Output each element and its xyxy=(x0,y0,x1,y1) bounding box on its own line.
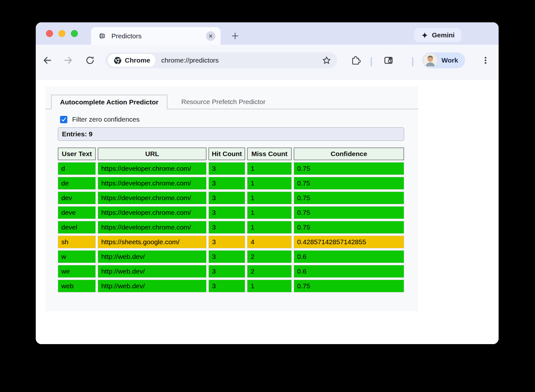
cell-confidence: 0.75 xyxy=(294,280,404,292)
close-window-button[interactable] xyxy=(46,30,53,37)
forward-icon xyxy=(63,55,73,65)
browser-tab-predictors[interactable]: Predictors xyxy=(91,27,221,45)
cell-user_text: w xyxy=(58,250,96,263)
back-button[interactable] xyxy=(41,54,53,66)
cell-url: https://developer.chrome.com/ xyxy=(98,192,207,204)
entries-banner: Entries: 9 xyxy=(58,127,404,141)
cell-hit_count: 3 xyxy=(208,206,245,219)
gemini-label: Gemini xyxy=(432,31,455,39)
cell-user_text: d xyxy=(58,162,96,175)
cell-miss_count: 2 xyxy=(247,250,292,263)
cell-url: http://web.dev/ xyxy=(98,250,207,263)
cell-user_text: devel xyxy=(58,221,96,234)
cell-url: http://web.dev/ xyxy=(98,265,207,278)
cell-hit_count: 3 xyxy=(208,265,245,278)
tab-title: Predictors xyxy=(111,32,206,40)
cell-miss_count: 4 xyxy=(247,236,292,248)
toolbar-divider xyxy=(412,57,413,67)
cell-hit_count: 3 xyxy=(208,250,245,263)
cell-miss_count: 2 xyxy=(247,265,292,278)
filter-row: Filter zero confidences xyxy=(60,116,139,123)
column-header: Confidence xyxy=(294,147,404,160)
cell-hit_count: 3 xyxy=(208,236,245,248)
column-header: URL xyxy=(98,147,207,160)
browser-menu-button[interactable] xyxy=(479,54,492,66)
cell-hit_count: 3 xyxy=(208,162,245,175)
table-header-row: User TextURLHit CountMiss CountConfidenc… xyxy=(58,147,404,160)
cell-confidence: 0.6 xyxy=(294,265,404,278)
cell-confidence: 0.6 xyxy=(294,250,404,263)
globe-icon xyxy=(99,32,106,40)
predictors-table: User TextURLHit CountMiss CountConfidenc… xyxy=(56,146,406,294)
new-tab-button[interactable] xyxy=(229,29,241,42)
cell-confidence: 0.75 xyxy=(294,177,404,190)
tab-search-button[interactable] xyxy=(382,54,395,66)
toolbar: Chrome chrome://predictors xyxy=(36,45,499,79)
cell-hit_count: 3 xyxy=(208,221,245,234)
cell-url: https://sheets.google.com/ xyxy=(98,236,207,248)
site-badge[interactable]: Chrome xyxy=(108,54,155,67)
cell-miss_count: 1 xyxy=(247,206,292,219)
entries-label: Entries: 9 xyxy=(62,130,93,138)
table-row: devhttps://developer.chrome.com/310.75 xyxy=(58,192,404,204)
profile-label: Work xyxy=(441,57,458,64)
cell-miss_count: 1 xyxy=(247,280,292,292)
predictor-tabs: Autocomplete Action Predictor Resource P… xyxy=(45,95,418,109)
cell-confidence: 0.75 xyxy=(294,192,404,204)
cell-miss_count: 1 xyxy=(247,221,292,234)
cell-confidence: 0.75 xyxy=(294,206,404,219)
cell-hit_count: 3 xyxy=(208,177,245,190)
table-row: develhttps://developer.chrome.com/310.75 xyxy=(58,221,404,234)
cell-user_text: sh xyxy=(58,236,96,248)
table-row: dhttps://developer.chrome.com/310.75 xyxy=(58,162,404,175)
gemini-sparkle-icon xyxy=(421,32,428,39)
gemini-button[interactable]: Gemini xyxy=(414,28,462,42)
traffic-lights xyxy=(46,22,78,45)
url-text[interactable]: chrome://predictors xyxy=(161,57,219,64)
cell-hit_count: 3 xyxy=(208,280,245,292)
forward-button[interactable] xyxy=(62,54,74,66)
cell-user_text: deve xyxy=(58,206,96,219)
table-row: shhttps://sheets.google.com/340.42857142… xyxy=(58,236,404,248)
reload-icon xyxy=(85,55,95,65)
column-header: Hit Count xyxy=(208,147,245,160)
profile-button[interactable]: Work xyxy=(422,52,465,68)
back-icon xyxy=(42,55,52,65)
cell-url: https://developer.chrome.com/ xyxy=(98,177,207,190)
column-header: User Text xyxy=(58,147,96,160)
cell-user_text: de xyxy=(58,177,96,190)
reload-button[interactable] xyxy=(84,54,96,66)
plus-icon xyxy=(231,32,239,40)
cell-miss_count: 1 xyxy=(247,192,292,204)
minimize-window-button[interactable] xyxy=(58,30,65,37)
extensions-button[interactable] xyxy=(350,54,362,66)
cell-confidence: 0.75 xyxy=(294,162,404,175)
cell-user_text: dev xyxy=(58,192,96,204)
table-row: whttp://web.dev/320.6 xyxy=(58,250,404,263)
cell-url: https://developer.chrome.com/ xyxy=(98,162,207,175)
cell-user_text: web xyxy=(58,280,96,292)
tab-close-button[interactable] xyxy=(206,31,215,41)
tab-search-icon xyxy=(383,55,394,65)
filter-checkbox[interactable] xyxy=(60,116,67,123)
tab-autocomplete-action-predictor[interactable]: Autocomplete Action Predictor xyxy=(51,95,167,109)
cell-url: https://developer.chrome.com/ xyxy=(98,221,207,234)
kebab-menu-icon xyxy=(481,56,490,65)
tab-label: Autocomplete Action Predictor xyxy=(60,98,158,106)
address-bar[interactable]: Chrome chrome://predictors xyxy=(105,52,337,68)
page-viewport: Autocomplete Action Predictor Resource P… xyxy=(36,79,499,344)
bookmark-button[interactable] xyxy=(320,54,333,66)
cell-user_text: we xyxy=(58,265,96,278)
cell-confidence: 0.75 xyxy=(294,221,404,234)
tab-strip: Predictors Gemini xyxy=(36,22,499,45)
column-header: Miss Count xyxy=(247,147,292,160)
tab-resource-prefetch-predictor[interactable]: Resource Prefetch Predictor xyxy=(175,95,272,109)
tab-label: Resource Prefetch Predictor xyxy=(181,98,266,106)
close-icon xyxy=(208,34,213,39)
filter-label[interactable]: Filter zero confidences xyxy=(72,116,139,123)
toolbar-divider xyxy=(371,57,372,67)
table-row: webhttp://web.dev/310.75 xyxy=(58,280,404,292)
chrome-logo-icon xyxy=(113,56,122,65)
cell-miss_count: 1 xyxy=(247,162,292,175)
zoom-window-button[interactable] xyxy=(71,30,78,37)
